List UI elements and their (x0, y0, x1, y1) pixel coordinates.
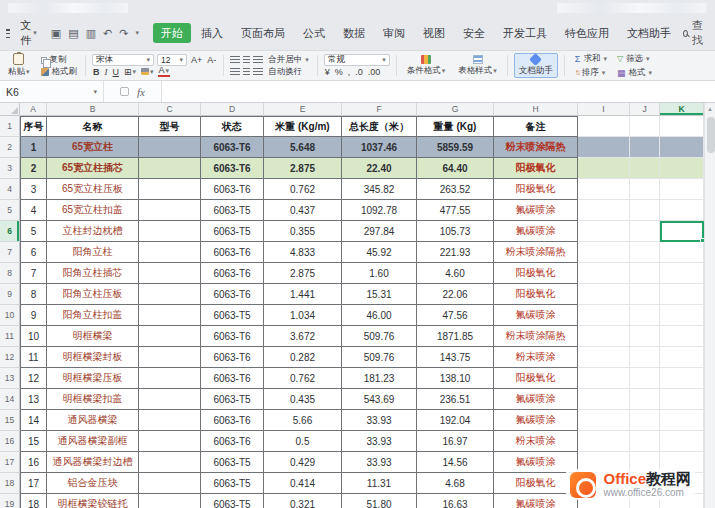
print-icon[interactable]: ▤ (68, 27, 78, 40)
cell-note[interactable]: 氟碳喷涂 (494, 494, 578, 508)
cell-weight[interactable]: 16.97 (417, 431, 494, 452)
cell-note[interactable]: 粉末喷涂隔热 (494, 137, 578, 158)
cell-length[interactable]: 1037.46 (342, 137, 417, 158)
cell-length[interactable]: 1092.78 (342, 200, 417, 221)
cell-weight[interactable]: 138.10 (417, 368, 494, 389)
cell-weight[interactable]: 22.06 (417, 284, 494, 305)
decrease-decimal-button[interactable]: .00 (367, 67, 382, 77)
cell-model[interactable] (139, 221, 201, 242)
cell-empty[interactable] (660, 305, 704, 326)
merge-center-button[interactable]: 合并居中▾ (266, 54, 311, 66)
cell-model[interactable] (139, 158, 201, 179)
table-row[interactable]: 4 65宽立柱扣盖 6063-T5 0.437 1092.78 477.55 氟… (20, 200, 704, 221)
cell-name[interactable]: 65宽立柱扣盖 (47, 200, 139, 221)
cell-serial[interactable]: 15 (20, 431, 47, 452)
cell-note[interactable]: 阳极氧化 (494, 179, 578, 200)
ribbon-tab[interactable]: 开始 (153, 23, 191, 43)
ribbon-tab[interactable]: 数据 (335, 23, 373, 43)
cell-empty[interactable] (578, 158, 630, 179)
table-row[interactable]: 11 明框横梁封板 6063-T6 0.282 509.76 143.75 粉末… (20, 347, 704, 368)
cell-empty[interactable] (578, 410, 630, 431)
cell-name[interactable]: 65宽立柱插芯 (47, 158, 139, 179)
table-row[interactable]: 5 立柱封边枕槽 6063-T5 0.355 297.84 105.73 氟碳喷… (20, 221, 704, 242)
header-cell[interactable]: 序号 (20, 116, 47, 137)
cell-empty[interactable] (660, 242, 704, 263)
row-header[interactable]: 4 (0, 179, 20, 200)
ribbon-tab[interactable]: 视图 (415, 23, 453, 43)
increase-font-button[interactable]: A+ (190, 55, 203, 65)
cell-empty[interactable] (578, 263, 630, 284)
currency-format-button[interactable]: ¥ (324, 67, 331, 77)
underline-button[interactable]: U (112, 67, 121, 77)
column-header[interactable]: D (201, 103, 264, 116)
table-row[interactable]: 13 明框横梁扣盖 6063-T5 0.435 543.69 236.51 氟碳… (20, 389, 704, 410)
cell-unit-weight[interactable]: 0.414 (264, 473, 342, 494)
sum-button[interactable]: Σ求和▾ (573, 53, 609, 65)
cell-empty[interactable] (578, 284, 630, 305)
cell-status[interactable]: 6063-T6 (201, 137, 264, 158)
cell-weight[interactable]: 16.63 (417, 494, 494, 508)
cell-length[interactable]: 345.82 (342, 179, 417, 200)
cell-model[interactable] (139, 452, 201, 473)
cell-length[interactable]: 297.84 (342, 221, 417, 242)
column-header[interactable]: C (139, 103, 201, 116)
doc-assistant-button[interactable]: 文档助手 (514, 53, 558, 78)
cell-name[interactable]: 铝合金压块 (47, 473, 139, 494)
cell-name[interactable]: 明框横梁铰链托 (47, 494, 139, 508)
cell-name[interactable]: 阳角立柱 (47, 242, 139, 263)
name-box[interactable]: K6 ▾ (0, 81, 104, 102)
cell-note[interactable]: 氟碳喷涂 (494, 452, 578, 473)
cell-unit-weight[interactable]: 0.355 (264, 221, 342, 242)
cell-empty[interactable] (660, 347, 704, 368)
cell-unit-weight[interactable]: 0.321 (264, 494, 342, 508)
cell-status[interactable]: 6063-T6 (201, 158, 264, 179)
column-header[interactable]: K (660, 103, 704, 116)
cell-unit-weight[interactable]: 0.282 (264, 347, 342, 368)
copy-button[interactable]: 复制 (39, 54, 80, 66)
select-all-corner[interactable] (0, 103, 20, 116)
search-button[interactable]: 查找 (683, 18, 709, 48)
ribbon-tab[interactable]: 插入 (193, 23, 231, 43)
cell-status[interactable]: 6063-T6 (201, 284, 264, 305)
cell-serial[interactable]: 10 (20, 326, 47, 347)
column-header[interactable]: B (47, 103, 139, 116)
cell-unit-weight[interactable]: 3.672 (264, 326, 342, 347)
cell-empty[interactable] (660, 284, 704, 305)
formula-input[interactable] (162, 81, 715, 102)
cell-serial[interactable]: 4 (20, 200, 47, 221)
cell-length[interactable]: 45.92 (342, 242, 417, 263)
number-format-select[interactable]: 常规▾ (324, 54, 390, 66)
cell-name[interactable]: 明框横梁压板 (47, 368, 139, 389)
cell-unit-weight[interactable]: 1.441 (264, 284, 342, 305)
column-header[interactable]: H (494, 103, 578, 116)
table-row[interactable]: 12 明框横梁压板 6063-T6 0.762 181.23 138.10 阳极… (20, 368, 704, 389)
cell-length[interactable]: 509.76 (342, 347, 417, 368)
column-header[interactable]: A (20, 103, 47, 116)
cell-note[interactable]: 粉末喷涂隔热 (494, 242, 578, 263)
cell-length[interactable]: 33.93 (342, 431, 417, 452)
cell-weight[interactable]: 192.04 (417, 410, 494, 431)
filter-button[interactable]: ▽筛选▾ (615, 53, 654, 65)
cell-empty[interactable] (660, 368, 704, 389)
file-menu-button[interactable]: 文件 ▾ (16, 16, 41, 50)
cell-model[interactable] (139, 137, 201, 158)
cell-weight[interactable]: 105.73 (417, 221, 494, 242)
fill-color-button[interactable]: ▾ (140, 68, 155, 76)
cell-status[interactable]: 6063-T6 (201, 326, 264, 347)
cell-weight[interactable]: 47.56 (417, 305, 494, 326)
cell-empty[interactable] (630, 305, 660, 326)
sort-button[interactable]: ↑↓排序▾ (573, 67, 609, 79)
align-right-icon[interactable] (253, 68, 263, 76)
row-header[interactable]: 13 (0, 368, 20, 389)
cell-empty[interactable] (660, 179, 704, 200)
cell-name[interactable]: 立柱封边枕槽 (47, 221, 139, 242)
table-row[interactable]: 7 阳角立柱插芯 6063-T6 2.875 1.60 4.60 阳极氧化 (20, 263, 704, 284)
cell-empty[interactable] (578, 179, 630, 200)
row-header[interactable]: 2 (0, 137, 20, 158)
cell-unit-weight[interactable]: 4.833 (264, 242, 342, 263)
table-row[interactable]: 6 阳角立柱 6063-T6 4.833 45.92 221.93 粉末喷涂隔热 (20, 242, 704, 263)
cell-status[interactable]: 6063-T6 (201, 368, 264, 389)
cell-note[interactable]: 氟碳喷涂 (494, 389, 578, 410)
cell-weight[interactable]: 477.55 (417, 200, 494, 221)
header-cell[interactable]: 名称 (47, 116, 139, 137)
